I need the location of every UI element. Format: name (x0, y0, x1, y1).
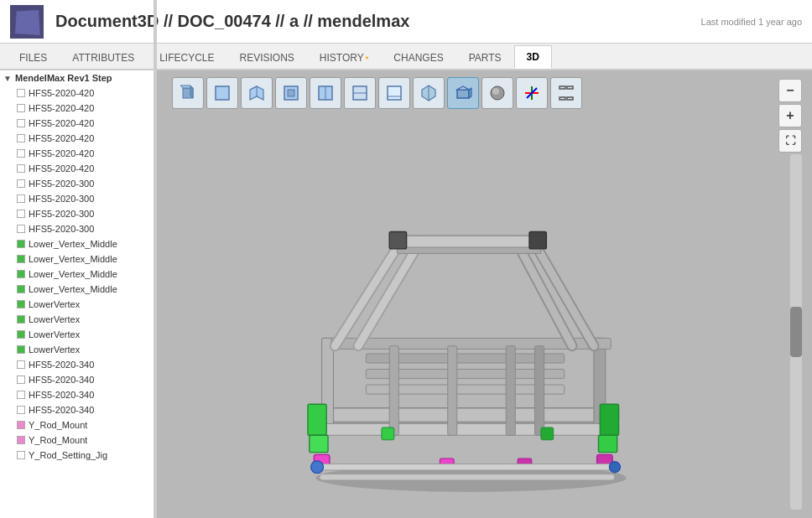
item-label: HFS5-2020-420 (29, 88, 94, 98)
list-item[interactable]: HFS5-2020-420 (0, 146, 154, 161)
svg-rect-30 (323, 408, 618, 422)
main-content: ▼ MendelMax Rev1 Step HFS5-2020-420 HFS5… (0, 70, 812, 518)
item-label: Y_Rod_Setting_Jig (29, 450, 107, 460)
list-item[interactable]: LowerVertex (0, 327, 154, 342)
svg-point-59 (609, 462, 620, 473)
svg-marker-18 (457, 86, 469, 90)
svg-rect-8 (288, 90, 294, 96)
list-item[interactable]: HFS5-2020-300 (0, 176, 154, 191)
view-right-button[interactable] (310, 77, 341, 109)
view-iso1-button[interactable] (413, 77, 445, 109)
svg-rect-13 (388, 86, 401, 100)
item-color-swatch (17, 391, 25, 399)
list-item[interactable]: Lower_Vertex_Middle (0, 282, 154, 297)
item-label: Y_Rod_Mount (29, 435, 87, 445)
list-item[interactable]: Y_Rod_Setting_Jig (0, 448, 154, 463)
list-item[interactable]: HFS5-2020-420 (0, 116, 154, 131)
last-modified: Last modified 1 year ago (701, 17, 802, 27)
item-color-swatch (17, 451, 25, 459)
svg-rect-27 (560, 97, 565, 100)
svg-line-5 (250, 86, 257, 90)
view-left-button[interactable] (275, 77, 307, 109)
list-item[interactable]: HFS5-2020-340 (0, 402, 154, 417)
3d-viewport[interactable]: − + ⛶ (155, 70, 812, 518)
list-item[interactable]: Y_Rod_Mount (0, 417, 154, 433)
tab-files[interactable]: FILES (7, 45, 60, 69)
view-fit-button[interactable] (550, 77, 582, 109)
item-label: HFS5-2020-420 (29, 118, 94, 128)
list-item[interactable]: HFS5-2020-300 (0, 191, 154, 206)
list-item[interactable]: Lower_Vertex_Middle (0, 251, 154, 267)
view-home-button[interactable] (172, 77, 204, 109)
tab-revisions[interactable]: REVISIONS (227, 45, 307, 69)
model-area (172, 121, 770, 501)
item-color-swatch (17, 376, 25, 384)
viewport-vertical-scrollbar[interactable] (790, 154, 802, 510)
scrollbar-thumb[interactable] (790, 307, 802, 357)
tab-parts[interactable]: PARTS (456, 45, 514, 69)
item-label: HFS5-2020-340 (29, 390, 94, 400)
tab-attributes[interactable]: ATTRIBUTES (60, 45, 147, 69)
tab-history[interactable]: HISTORY▪ (307, 45, 381, 69)
list-item[interactable]: HFS5-2020-300 (0, 206, 154, 221)
item-color-swatch (17, 360, 25, 369)
item-label: HFS5-2020-420 (29, 163, 94, 174)
item-color-swatch (17, 315, 25, 324)
list-item[interactable]: HFS5-2020-300 (0, 221, 154, 236)
view-bottom-button[interactable] (378, 77, 410, 109)
list-item[interactable]: Lower_Vertex_Middle (0, 267, 154, 282)
tab-changes[interactable]: CHANGES (381, 45, 455, 69)
list-item[interactable]: HFS5-2020-420 (0, 131, 154, 146)
view-front-button[interactable] (206, 77, 238, 109)
tree-scroll[interactable]: ▼ MendelMax Rev1 Step HFS5-2020-420 HFS5… (0, 70, 154, 518)
list-item[interactable]: HFS5-2020-340 (0, 387, 154, 402)
list-item[interactable]: HFS5-2020-420 (0, 85, 154, 101)
item-label: Lower_Vertex_Middle (29, 284, 117, 294)
item-label: Lower_Vertex_Middle (29, 239, 117, 249)
viewport-toolbar (172, 77, 582, 109)
item-color-swatch (17, 421, 25, 429)
view-shaded-button[interactable] (481, 77, 513, 109)
list-item[interactable]: LowerVertex (0, 342, 154, 357)
tab-3d[interactable]: 3D (514, 45, 552, 69)
list-item[interactable]: HFS5-2020-340 (0, 357, 154, 372)
tree-root[interactable]: ▼ MendelMax Rev1 Step (0, 70, 154, 85)
view-top-button[interactable] (344, 77, 376, 109)
list-item[interactable]: HFS5-2020-420 (0, 101, 154, 116)
svg-rect-68 (541, 427, 554, 440)
svg-rect-66 (534, 346, 544, 436)
resize-handle[interactable] (154, 0, 157, 518)
svg-marker-1 (180, 85, 193, 88)
tab-lifecycle[interactable]: LIFECYCLE (147, 45, 226, 69)
svg-rect-50 (310, 435, 328, 452)
item-color-swatch (17, 436, 25, 444)
svg-rect-47 (529, 231, 546, 248)
view-axes-button[interactable] (516, 77, 548, 109)
list-item[interactable]: Y_Rod_Mount (0, 433, 154, 448)
zoom-fit-button[interactable]: ⛶ (778, 129, 802, 153)
item-label: HFS5-2020-340 (29, 360, 94, 370)
expand-root-icon: ▼ (3, 74, 12, 82)
item-label: HFS5-2020-420 (29, 133, 94, 143)
view-corner-button[interactable] (241, 77, 273, 109)
list-item[interactable]: LowerVertex (0, 312, 154, 327)
svg-rect-48 (308, 404, 326, 435)
svg-rect-65 (506, 346, 515, 436)
svg-line-24 (527, 88, 537, 98)
item-color-swatch (17, 89, 25, 97)
tree-root-label: MendelMax Rev1 Step (15, 73, 112, 83)
3d-model-svg (172, 121, 770, 501)
list-item[interactable]: HFS5-2020-340 (0, 372, 154, 387)
list-item[interactable]: Lower_Vertex_Middle (0, 236, 154, 251)
zoom-minus-button[interactable]: − (778, 79, 802, 102)
view-iso2-button[interactable] (447, 77, 479, 109)
svg-rect-67 (382, 427, 394, 440)
item-label: HFS5-2020-300 (29, 194, 94, 204)
svg-rect-11 (353, 86, 367, 100)
list-item[interactable]: LowerVertex (0, 297, 154, 312)
list-item[interactable]: HFS5-2020-420 (0, 161, 154, 176)
item-label: HFS5-2020-340 (29, 405, 94, 415)
svg-rect-63 (389, 346, 398, 436)
item-color-swatch (17, 285, 25, 293)
zoom-plus-button[interactable]: + (778, 104, 802, 127)
